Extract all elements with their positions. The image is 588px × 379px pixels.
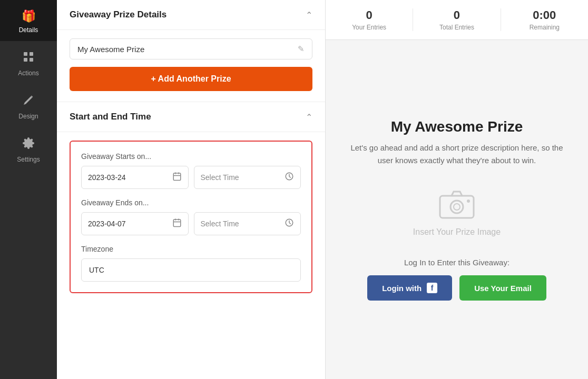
- timezone-input-wrap: [81, 258, 301, 282]
- prize-image-label: Insert Your Prize Image: [413, 227, 501, 237]
- edit-icon[interactable]: ✎: [298, 44, 305, 54]
- svg-rect-3: [30, 58, 33, 62]
- end-date-input-wrap: [81, 212, 189, 235]
- svg-point-12: [467, 200, 470, 203]
- settings-icon: [22, 137, 35, 153]
- sidebar-item-design[interactable]: Design: [0, 84, 57, 127]
- stats-bar: 0 Your Entries 0 Total Entries 0:00 Rema…: [326, 0, 588, 40]
- svg-rect-5: [173, 173, 181, 181]
- camera-icon: [436, 186, 478, 220]
- sidebar-label-design: Design: [18, 113, 38, 120]
- total-entries-value: 0: [413, 8, 500, 22]
- svg-rect-1: [30, 52, 33, 56]
- login-email-label: Use Your Email: [474, 284, 532, 293]
- right-panel: 0 Your Entries 0 Total Entries 0:00 Rema…: [326, 0, 588, 379]
- sidebar-item-details[interactable]: 🎁 Details: [0, 0, 57, 41]
- login-buttons: Login with f Use Your Email: [347, 275, 567, 301]
- sidebar-label-settings: Settings: [17, 156, 40, 163]
- clock-icon: [285, 172, 294, 183]
- svg-rect-9: [440, 196, 474, 218]
- start-date-input-wrap: [81, 166, 189, 189]
- gift-icon: 🎁: [22, 9, 36, 23]
- sidebar-item-settings[interactable]: Settings: [0, 127, 57, 171]
- calendar-icon[interactable]: [172, 172, 182, 183]
- sidebar-label-actions: Actions: [18, 69, 38, 77]
- svg-point-11: [454, 204, 460, 210]
- time-form-box: Giveaway Starts on... Select Time: [70, 141, 312, 293]
- remaining-value: 0:00: [501, 8, 588, 22]
- remaining-label: Remaining: [501, 24, 588, 31]
- your-entries-label: Your Entries: [326, 24, 413, 31]
- start-time-text: Select Time: [201, 173, 280, 182]
- add-prize-button[interactable]: + Add Another Prize: [70, 67, 312, 91]
- preview-prize-title: My Awesome Prize: [391, 118, 523, 135]
- end-clock-icon: [285, 218, 294, 230]
- svg-rect-2: [24, 58, 27, 62]
- prize-input-row: ✎: [70, 38, 312, 59]
- prize-details-header: Giveaway Prize Details ⌃: [57, 0, 325, 30]
- svg-rect-0: [24, 52, 27, 56]
- actions-icon: [22, 51, 35, 66]
- time-section-header: Start and End Time ⌃: [57, 102, 325, 132]
- stat-total-entries: 0 Total Entries: [413, 8, 501, 31]
- stat-your-entries: 0 Your Entries: [326, 8, 413, 31]
- prize-details-title: Giveaway Prize Details: [70, 9, 166, 20]
- total-entries-label: Total Entries: [413, 24, 500, 31]
- preview-description: Let's go ahead and add a short prize des…: [347, 142, 567, 167]
- sidebar: 🎁 Details Actions Design: [0, 0, 57, 379]
- your-entries-value: 0: [326, 8, 413, 22]
- start-date-input[interactable]: [88, 173, 167, 182]
- end-time-text: Select Time: [201, 220, 280, 228]
- svg-rect-7: [173, 220, 181, 227]
- ends-date-time-row: Select Time: [81, 212, 301, 235]
- design-icon: [22, 94, 35, 109]
- timezone-label: Timezone: [81, 245, 301, 253]
- time-chevron-icon[interactable]: ⌃: [306, 112, 312, 122]
- stat-remaining: 0:00 Remaining: [501, 8, 588, 31]
- timezone-input[interactable]: [89, 266, 293, 274]
- sidebar-label-details: Details: [19, 26, 38, 34]
- login-section: Log In to Enter this Giveaway: Login wit…: [347, 258, 567, 301]
- add-prize-label: + Add Another Prize: [151, 74, 231, 84]
- svg-point-10: [450, 201, 463, 213]
- prize-image-placeholder[interactable]: Insert Your Prize Image: [413, 186, 501, 237]
- starts-date-time-row: Select Time: [81, 166, 301, 189]
- login-facebook-button[interactable]: Login with f: [367, 275, 452, 301]
- left-panel: Giveaway Prize Details ⌃ ✎ + Add Another…: [57, 0, 326, 379]
- prize-section: ✎ + Add Another Prize: [57, 30, 325, 102]
- login-prompt: Log In to Enter this Giveaway:: [347, 258, 567, 267]
- start-time-input-wrap[interactable]: Select Time: [194, 166, 301, 189]
- end-calendar-icon[interactable]: [172, 218, 182, 230]
- login-email-button[interactable]: Use Your Email: [459, 275, 546, 301]
- time-section-title: Start and End Time: [70, 112, 151, 122]
- prize-name-input[interactable]: [77, 45, 298, 54]
- chevron-down-icon[interactable]: ⌃: [306, 10, 312, 20]
- end-time-input-wrap[interactable]: Select Time: [194, 212, 301, 235]
- end-date-input[interactable]: [88, 220, 167, 228]
- login-fb-label: Login with: [382, 284, 422, 293]
- facebook-icon: f: [427, 283, 437, 293]
- sidebar-item-actions[interactable]: Actions: [0, 41, 57, 84]
- ends-label: Giveaway Ends on...: [81, 198, 301, 207]
- starts-label: Giveaway Starts on...: [81, 152, 301, 161]
- preview-area: My Awesome Prize Let's go ahead and add …: [326, 40, 588, 379]
